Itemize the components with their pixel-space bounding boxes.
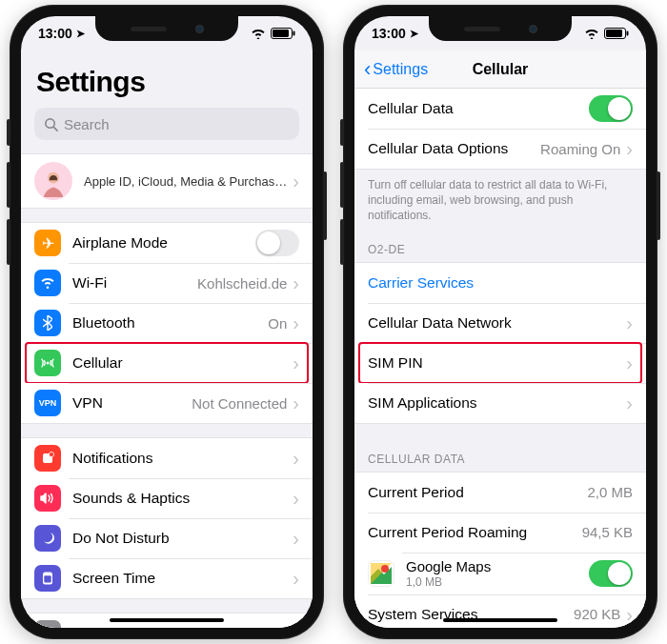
cellular-icon [34, 350, 61, 376]
svg-rect-1 [273, 30, 289, 37]
chevron-right-icon: › [626, 313, 633, 332]
location-icon: ➤ [410, 28, 418, 40]
google-maps-row[interactable]: Google Maps 1,0 MB [354, 553, 646, 594]
system-services-value: 920 KB [574, 606, 620, 622]
chevron-right-icon: › [626, 139, 633, 158]
svg-point-9 [49, 452, 53, 456]
back-button[interactable]: ‹ Settings [364, 57, 428, 82]
cellular-data-options-label: Cellular Data Options [368, 140, 533, 157]
dnd-label: Do Not Disturb [72, 530, 287, 547]
cellular-row[interactable]: Cellular › [21, 343, 313, 383]
home-indicator[interactable] [110, 618, 224, 623]
chevron-right-icon: › [293, 449, 299, 468]
cellular-label: Cellular [72, 354, 287, 372]
vpn-detail: Not Connected [192, 395, 287, 412]
sounds-label: Sounds & Haptics [72, 490, 287, 507]
vpn-row[interactable]: VPN VPN Not Connected › [21, 383, 313, 423]
wifi-label: Wi-Fi [72, 274, 190, 292]
status-time: 13:00 [372, 26, 406, 41]
svg-rect-16 [627, 31, 629, 36]
notch [429, 16, 572, 41]
carrier-services-row[interactable]: Carrier Services [354, 263, 646, 303]
current-period-roaming-value: 94,5 KB [582, 524, 633, 540]
google-maps-usage: 1,0 MB [406, 575, 589, 589]
chevron-right-icon: › [293, 489, 299, 508]
svg-rect-15 [606, 30, 622, 37]
gear-icon [34, 620, 61, 628]
wifi-row[interactable]: Wi-Fi Kohlscheid.de › [21, 263, 313, 303]
location-icon: ➤ [76, 28, 85, 40]
search-input[interactable]: Search [34, 108, 299, 140]
wifi-settings-icon [34, 270, 61, 296]
apple-id-label: Apple ID, iCloud, Media & Purchases [84, 174, 287, 189]
search-placeholder: Search [64, 116, 110, 132]
bluetooth-detail: On [268, 315, 287, 332]
airplane-mode-row[interactable]: ✈︎ Airplane Mode [21, 223, 313, 263]
wifi-detail: Kohlscheid.de [197, 275, 287, 292]
chevron-right-icon: › [293, 393, 299, 413]
chevron-right-icon: › [293, 313, 299, 332]
cellular-data-toggle[interactable] [589, 95, 633, 122]
airplane-toggle[interactable] [255, 230, 299, 256]
apple-id-row[interactable]: Apple ID, iCloud, Media & Purchases › [21, 154, 313, 208]
svg-point-7 [47, 362, 50, 365]
svg-rect-11 [44, 575, 51, 582]
sim-pin-row[interactable]: SIM PIN › [354, 343, 646, 383]
notifications-icon [34, 445, 61, 472]
bluetooth-label: Bluetooth [72, 314, 260, 332]
home-indicator[interactable] [443, 618, 557, 623]
svg-point-18 [381, 565, 389, 573]
sounds-row[interactable]: Sounds & Haptics › [21, 478, 313, 518]
chevron-right-icon: › [293, 569, 299, 588]
search-icon [44, 117, 58, 131]
chevron-right-icon: › [293, 171, 299, 191]
notifications-row[interactable]: Notifications › [21, 438, 313, 478]
google-maps-label: Google Maps [406, 558, 589, 574]
svg-line-4 [53, 127, 57, 131]
chevron-right-icon: › [293, 353, 299, 372]
cellular-data-options-detail: Roaming On [540, 141, 620, 157]
chevron-right-icon: › [293, 273, 299, 292]
chevron-right-icon: › [293, 624, 299, 628]
wifi-icon [251, 28, 266, 39]
phone-left: 13:00 ➤ Settings Search [10, 5, 324, 639]
sim-pin-label: SIM PIN [368, 354, 620, 372]
cellular-footer-text: Turn off cellular data to restrict all d… [354, 170, 646, 228]
carrier-services-label: Carrier Services [368, 274, 633, 292]
nav-header: ‹ Settings Cellular [354, 50, 646, 89]
screentime-row[interactable]: Screen Time › [21, 558, 313, 598]
general-label: General [72, 625, 287, 628]
google-maps-icon [368, 560, 394, 587]
cellular-data-row[interactable]: Cellular Data [354, 89, 646, 129]
google-maps-toggle[interactable] [589, 560, 633, 587]
screentime-label: Screen Time [72, 570, 287, 587]
cellular-network-label: Cellular Data Network [368, 314, 620, 332]
avatar [34, 162, 72, 200]
cellular-data-options-row[interactable]: Cellular Data Options Roaming On › [354, 129, 646, 169]
airplane-icon: ✈︎ [34, 230, 61, 256]
chevron-right-icon: › [293, 529, 299, 548]
dnd-icon [34, 525, 61, 552]
battery-icon [271, 28, 295, 39]
vpn-icon: VPN [34, 390, 61, 416]
sim-apps-row[interactable]: SIM Applications › [354, 383, 646, 423]
dnd-row[interactable]: Do Not Disturb › [21, 518, 313, 558]
bluetooth-row[interactable]: Bluetooth On › [21, 303, 313, 343]
notifications-label: Notifications [72, 450, 287, 467]
current-period-value: 2,0 MB [587, 484, 633, 500]
cellular-data-label: Cellular Data [368, 100, 589, 117]
airplane-label: Airplane Mode [72, 234, 255, 252]
bluetooth-icon [34, 310, 61, 336]
chevron-right-icon: › [626, 605, 633, 624]
wifi-icon [584, 28, 599, 39]
system-services-row[interactable]: System Services 920 KB › [354, 594, 646, 628]
phone-right: 13:00 ➤ ‹ Settings Cellular [343, 5, 657, 639]
status-time: 13:00 [38, 26, 72, 41]
cellular-data-section-header: CELLULAR DATA [354, 424, 646, 472]
chevron-left-icon: ‹ [364, 57, 371, 82]
current-period-row: Current Period 2,0 MB [354, 473, 646, 513]
current-period-roaming-label: Current Period Roaming [368, 524, 575, 541]
cellular-network-row[interactable]: Cellular Data Network › [354, 303, 646, 343]
current-period-label: Current Period [368, 484, 579, 501]
vpn-label: VPN [72, 394, 184, 412]
